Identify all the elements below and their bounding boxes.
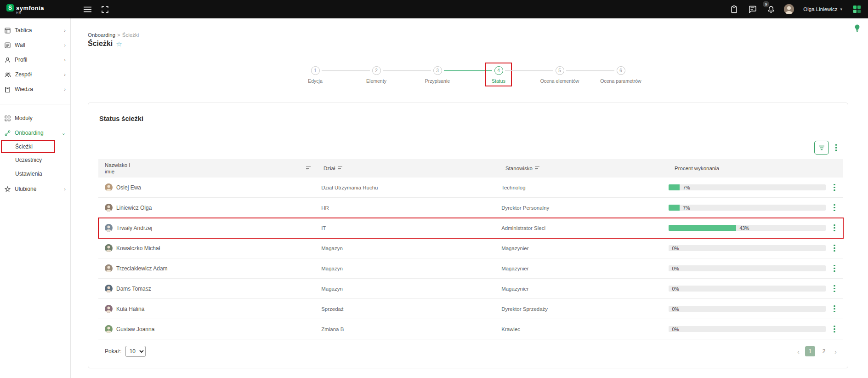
status-card: Status ścieżki Nazwisko i imię Dział — [88, 103, 848, 368]
sidebar-item-ulubione[interactable]: Ulubione › — [0, 182, 70, 196]
pagination-prev-icon[interactable]: ‹ — [795, 347, 801, 356]
stepper: 1 Edycja 2 Elementy 3 Przypisanie 4 Stat… — [88, 66, 848, 84]
app-logo[interactable]: S symfonia HR — [0, 4, 71, 14]
sidebar-subitem-uczestnicy[interactable]: Uczestnicy — [0, 153, 70, 167]
step-przypisanie[interactable]: 3 Przypisanie — [407, 66, 468, 84]
step-ocena-elementow[interactable]: 5 Ocena elementów — [529, 66, 590, 84]
department: HR — [321, 205, 329, 211]
table-row-highlighted[interactable]: Trwały Andrzej IT Administrator Sieci 43… — [98, 218, 843, 238]
step-number: 2 — [372, 66, 381, 75]
sidebar-item-label: Wiedza — [15, 86, 33, 92]
progress-percent: 0% — [672, 286, 679, 292]
sidebar-subitem-label: Ustawienia — [15, 171, 42, 177]
user-menu[interactable]: Olga Liniewicz ▾ — [801, 5, 844, 14]
position: Administrator Sieci — [501, 225, 545, 231]
progress-percent: 0% — [672, 306, 679, 312]
table-row[interactable]: Dams Tomasz Magazyn Magazynier 0% — [98, 279, 843, 299]
avatar — [105, 183, 113, 191]
favorite-star-icon[interactable]: ☆ — [116, 40, 122, 47]
sort-icon[interactable] — [306, 166, 311, 171]
chat-icon[interactable] — [747, 4, 758, 15]
sort-icon[interactable] — [338, 166, 342, 171]
card-title: Status ścieżki — [98, 115, 843, 122]
step-number: 1 — [311, 66, 320, 75]
person-icon — [5, 57, 11, 63]
symfonia-logo-icon: S — [6, 4, 14, 11]
step-label: Przypisanie — [425, 78, 450, 84]
pagination-page-2[interactable]: 2 — [819, 346, 829, 356]
step-number: 4 — [494, 66, 503, 75]
sidebar-subitem-sciezki[interactable]: Ścieżki — [1, 140, 55, 153]
filter-button[interactable] — [814, 141, 829, 155]
sort-icon[interactable] — [535, 166, 539, 171]
step-label: Ocena parametrów — [600, 78, 641, 84]
sidebar-item-profil[interactable]: Profil › — [0, 52, 70, 67]
sidebar-divider — [0, 104, 70, 104]
table-row[interactable]: Osiej Ewa Dział Utrzymania Ruchu Technol… — [98, 178, 843, 198]
sidebar-subitem-ustawienia[interactable]: Ustawienia — [0, 167, 70, 181]
pagination-page-1[interactable]: 1 — [805, 346, 815, 356]
chevron-right-icon: › — [64, 72, 66, 77]
step-ocena-parametrow[interactable]: 6 Ocena parametrów — [590, 66, 652, 84]
row-kebab-menu-icon[interactable] — [831, 304, 838, 315]
column-header-procent: Procent wykonania — [675, 166, 719, 171]
sidebar-item-wiedza[interactable]: Wiedza › — [0, 82, 70, 97]
card-kebab-menu-icon[interactable] — [833, 142, 840, 153]
pagination: ‹ 1 2 › — [795, 346, 839, 356]
table-row[interactable]: Gustaw Joanna Zmiana B Krawiec 0% — [98, 319, 843, 339]
row-kebab-menu-icon[interactable] — [831, 283, 838, 294]
row-kebab-menu-icon[interactable] — [831, 182, 838, 193]
table-row[interactable]: Kula Halina Sprzedaż Dyrektor Sprzedaży … — [98, 299, 843, 319]
row-kebab-menu-icon[interactable] — [831, 243, 838, 254]
employee-name: Osiej Ewa — [116, 184, 141, 191]
sidebar-item-zespol[interactable]: Zespół › — [0, 67, 70, 82]
sidebar-item-moduly[interactable]: Moduły — [0, 111, 70, 126]
page-size-select[interactable]: 10 — [125, 346, 146, 357]
row-kebab-menu-icon[interactable] — [831, 324, 838, 335]
user-avatar[interactable] — [784, 4, 794, 14]
chevron-right-icon: › — [64, 86, 66, 92]
sidebar-item-onboarding[interactable]: Onboarding ⌄ — [0, 126, 70, 140]
breadcrumb-separator: > — [117, 32, 120, 38]
step-edycja[interactable]: 1 Edycja — [285, 66, 346, 84]
row-kebab-menu-icon[interactable] — [831, 202, 838, 213]
position: Magazynier — [501, 266, 528, 271]
step-elementy[interactable]: 2 Elementy — [346, 66, 407, 84]
sidebar-item-tablica[interactable]: Tablica › — [0, 23, 70, 38]
sidebar-item-label: Wall — [15, 42, 25, 48]
step-number: 5 — [556, 66, 564, 75]
table-row[interactable]: Kowalczko Michał Magazyn Magazynier 0% — [98, 238, 843, 258]
sidebar-item-label: Onboarding — [15, 130, 44, 136]
step-label: Ocena elementów — [540, 78, 579, 84]
page-title: Ścieżki — [88, 40, 113, 48]
step-status[interactable]: 4 Status — [468, 66, 529, 84]
clipboard-icon[interactable] — [729, 4, 739, 15]
card-footer: Pokaż: 10 ‹ 1 2 › — [98, 346, 843, 357]
department: Sprzedaż — [321, 306, 344, 312]
employee-name: Kowalczko Michał — [116, 245, 160, 252]
topbar-right-cluster: 9 Olga Liniewicz ▾ — [729, 4, 868, 15]
progress-bar: 7% — [669, 184, 826, 190]
row-kebab-menu-icon[interactable] — [831, 263, 838, 274]
table-row[interactable]: Trzeciakiewicz Adam Magazyn Magazynier 0… — [98, 258, 843, 279]
progress-bar: 0% — [669, 306, 826, 312]
hamburger-menu-icon[interactable] — [82, 5, 93, 14]
progress-bar: 0% — [669, 326, 826, 332]
apps-grid-icon[interactable] — [851, 4, 862, 15]
progress-bar: 0% — [669, 265, 826, 271]
department: Magazyn — [321, 246, 343, 251]
progress-bar: 0% — [669, 245, 826, 251]
progress-percent: 7% — [683, 205, 690, 211]
progress-percent: 43% — [739, 225, 749, 231]
fullscreen-icon[interactable] — [100, 4, 110, 15]
sidebar-subitem-label: Uczestnicy — [15, 157, 42, 163]
avatar — [105, 285, 113, 292]
position: Dyrektor Personalny — [501, 205, 549, 211]
row-kebab-menu-icon[interactable] — [831, 223, 838, 234]
sidebar-item-wall[interactable]: Wall › — [0, 38, 70, 52]
breadcrumb-parent[interactable]: Onboarding — [88, 32, 115, 38]
step-label: Elementy — [366, 78, 386, 84]
pagination-next-icon[interactable]: › — [833, 347, 839, 356]
lightbulb-icon[interactable] — [852, 22, 862, 34]
table-row[interactable]: Liniewicz Olga HR Dyrektor Personalny 7% — [98, 198, 843, 218]
